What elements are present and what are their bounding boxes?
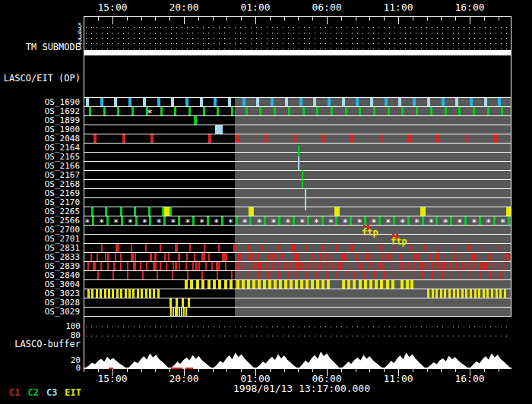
timeline-mark: [116, 289, 119, 298]
timeline-mark: [176, 308, 178, 316]
timeline-mark: [508, 216, 510, 225]
timeline-mark: [154, 253, 157, 261]
timeline-mark: [248, 244, 249, 252]
timeline-mark: [259, 107, 261, 115]
timeline-mark: [292, 244, 295, 252]
buffer-red-segment: [109, 368, 113, 369]
asterisk-mark: *: [385, 218, 391, 226]
timeline-mark: [371, 253, 372, 261]
asterisk-mark: *: [242, 218, 248, 226]
timeline-mark: [91, 289, 93, 298]
timeline-mark: [454, 253, 455, 261]
timeline-mark: [298, 262, 300, 270]
timeline-mark: [168, 253, 169, 261]
timeline-mark: [218, 244, 220, 252]
timeline-mark: [478, 289, 480, 298]
timeline-mark: [318, 262, 321, 270]
timeline-mark: [494, 134, 497, 143]
timeline-mark: [424, 244, 426, 252]
timeline-mark: [196, 280, 199, 289]
asterisk-mark: *: [128, 218, 134, 226]
axis-label: 20:00: [169, 373, 198, 384]
axis-tick: [84, 369, 84, 372]
row-separator: [84, 143, 511, 144]
timeline-mark: [393, 271, 394, 279]
timeline-mark: [401, 262, 403, 270]
axis-label: 06:00: [312, 373, 341, 384]
axis-tick: [441, 369, 442, 372]
timeline-mark: [93, 134, 97, 143]
timeline-mark: [369, 280, 372, 289]
timeline-mark: [231, 271, 233, 279]
timeline-mark: [319, 253, 321, 261]
timeline-mark: [331, 107, 333, 115]
axis-tick: [184, 17, 185, 24]
axis-tick: [341, 17, 342, 21]
timeline-mark: [249, 262, 250, 270]
asterisk-mark: *: [199, 218, 205, 226]
timeline-mark: [287, 271, 289, 279]
axis-tick: [499, 369, 499, 372]
timeline-mark: [157, 289, 160, 298]
timeline-mark: [442, 271, 443, 279]
timeline-mark: [299, 98, 302, 106]
timeline-mark: [208, 253, 210, 261]
timeline-mark: [470, 289, 472, 298]
asterisk-mark: *: [328, 218, 334, 226]
timeline-mark: [258, 253, 259, 261]
timeline-mark: [467, 244, 470, 252]
timeline-mark: [141, 289, 143, 298]
timeline-mark: [203, 107, 205, 115]
asterisk-mark: *: [371, 218, 377, 226]
lasco-eit-op-label: LASCO/EIT (OP): [2, 73, 81, 84]
timeline-mark: [247, 280, 250, 289]
timeline-mark: [385, 253, 387, 261]
timeline-mark: [185, 262, 187, 270]
timeline-mark: [146, 262, 147, 270]
timeline-mark: [316, 280, 319, 289]
timeline-mark: [290, 262, 291, 270]
asterisk-mark: *: [299, 218, 306, 226]
timeline-mark: [242, 280, 245, 289]
timeline-mark: [480, 262, 481, 270]
timeline-mark: [506, 207, 511, 216]
asterisk-mark: *: [156, 218, 162, 226]
asterisk-mark: *: [84, 218, 90, 226]
timeline-mark: [91, 207, 93, 216]
timeline-mark: [115, 253, 116, 261]
submode-gridline: [86, 33, 509, 33]
axis-tick: [384, 17, 385, 21]
timeline-mark: [201, 253, 204, 261]
axis-label: 15:00: [97, 373, 127, 384]
timeline-mark: [321, 134, 325, 143]
timeline-mark: [450, 216, 452, 225]
timeline-mark: [342, 280, 345, 289]
timeline-mark: [378, 216, 381, 225]
row-separator: [84, 134, 511, 134]
timeline-mark: [116, 244, 119, 252]
timeline-mark: [367, 262, 369, 270]
timeline-mark: [302, 262, 303, 270]
timeline-mark: [134, 207, 136, 216]
timeline-mark: [192, 262, 194, 270]
timeline-mark: [458, 107, 461, 115]
timeline-mark: [480, 271, 482, 279]
timeline-mark: [397, 262, 398, 270]
timeline-mark: [249, 253, 251, 261]
row-separator: [84, 289, 511, 289]
timeline-mark: [260, 262, 261, 270]
timeline-mark: [380, 262, 382, 270]
timeline-mark: [445, 107, 447, 115]
timeline-mark: [364, 280, 367, 289]
timeline-mark: [89, 107, 91, 115]
timeline-mark: [422, 271, 423, 279]
timeline-mark: [459, 253, 461, 261]
timeline-mark: [164, 253, 166, 261]
asterisk-mark: *: [471, 218, 477, 226]
timeline-mark: [204, 253, 205, 261]
ftp-annotation: ftp: [391, 236, 407, 247]
timeline-mark: [189, 244, 191, 252]
timeline-mark: [87, 262, 89, 270]
timeline-mark: [92, 216, 94, 225]
timeline-mark: [230, 280, 233, 289]
